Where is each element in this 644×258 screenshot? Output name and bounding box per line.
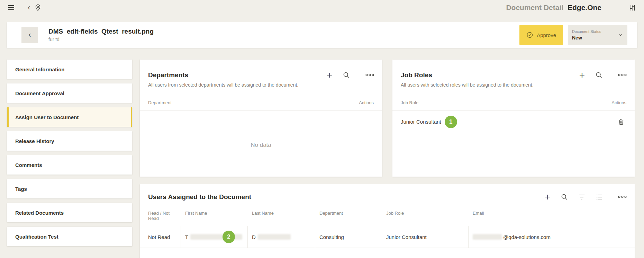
- departments-panel-header: Departments All users from selected depa…: [140, 60, 382, 88]
- location-pin-icon[interactable]: [35, 4, 41, 11]
- brand-name: Edge.One: [568, 3, 601, 11]
- job-roles-subtitle: All users with selected roles will be as…: [401, 82, 626, 88]
- job-role-cell: Junior Consultant: [382, 226, 469, 248]
- column-job-role: Job Role: [401, 100, 418, 105]
- app-title: Document Detail Edge.One: [506, 3, 601, 12]
- column-first-name: First Name: [181, 211, 248, 221]
- approve-label: Approve: [537, 32, 556, 38]
- add-department-icon[interactable]: +: [327, 72, 332, 79]
- status-label: Document Status: [572, 29, 601, 34]
- job-roles-table-header: Job Role Actions: [392, 100, 635, 110]
- chevron-down-icon: [618, 32, 623, 38]
- sidebar-item-label: Qualification Test: [15, 234, 58, 240]
- last-name-cell: D: [248, 226, 315, 248]
- column-department: Department: [315, 211, 382, 221]
- sidebar-item-label: Comments: [15, 162, 42, 168]
- back-chevron-icon: ‹: [28, 30, 31, 39]
- sidebar-item-label: Release History: [15, 138, 54, 144]
- column-department: Department: [148, 100, 172, 105]
- more-options-icon[interactable]: [618, 195, 627, 198]
- column-read-status: Read / Not Read: [148, 211, 181, 221]
- departments-table-header: Department Actions: [140, 100, 382, 110]
- sidebar-item-related-documents[interactable]: Related Documents: [7, 203, 132, 222]
- sidebar-item-general-information[interactable]: General Information: [7, 60, 132, 79]
- sidebar-item-assign-user-to-document[interactable]: Assign User to Document: [7, 107, 132, 127]
- document-actions: Approve Document Status New: [519, 25, 627, 45]
- first-name-cell: T 2: [181, 226, 248, 248]
- column-job-role: Job Role: [382, 211, 469, 221]
- user-row[interactable]: Not Read T 2 D Consulting Junior Consult…: [140, 226, 635, 248]
- job-role-value: Junior Consultant: [386, 234, 427, 240]
- add-user-icon[interactable]: +: [545, 194, 550, 201]
- list-view-icon[interactable]: [596, 194, 602, 200]
- sidebar-item-label: Tags: [15, 186, 27, 192]
- annotation-badge-1: 1: [445, 116, 457, 128]
- read-status-value: Not Read: [148, 234, 170, 240]
- sidebar-item-label: Assign User to Document: [15, 114, 79, 120]
- sidebar-item-label: Document Approval: [15, 90, 64, 96]
- sidebar-item-label: General Information: [15, 66, 65, 72]
- document-subtitle: für td: [48, 37, 154, 42]
- approve-button[interactable]: Approve: [519, 25, 563, 45]
- users-table-header: Read / Not Read First Name Last Name Dep…: [140, 211, 635, 226]
- check-circle-icon: [526, 32, 533, 38]
- sidebar-item-tags[interactable]: Tags: [7, 179, 132, 198]
- sidebar-item-document-approval[interactable]: Document Approval: [7, 83, 132, 103]
- read-status-cell: Not Read: [148, 226, 181, 248]
- document-title: DMS_edit-fields_Qtest_result.png: [48, 28, 154, 35]
- add-job-role-icon[interactable]: +: [579, 72, 585, 79]
- sidebar-item-label: Related Documents: [15, 210, 64, 216]
- menu-icon[interactable]: [8, 5, 15, 10]
- column-email: Email: [469, 211, 635, 221]
- page-title: Document Detail: [506, 3, 563, 11]
- status-value: New: [572, 35, 601, 41]
- job-roles-panel-header: Job Roles All users with selected roles …: [392, 60, 635, 88]
- sidebar-item-release-history[interactable]: Release History: [7, 131, 132, 151]
- departments-panel: Departments All users from selected depa…: [140, 60, 382, 177]
- department-cell: Consulting: [315, 226, 382, 248]
- sidebar-item-comments[interactable]: Comments: [7, 155, 132, 175]
- job-role-cell: Junior Consultant 1: [392, 110, 607, 133]
- filter-icon[interactable]: [578, 194, 585, 200]
- search-icon[interactable]: [595, 71, 602, 79]
- job-role-value: Junior Consultant: [401, 119, 441, 125]
- document-titles: DMS_edit-fields_Qtest_result.png für td: [48, 28, 154, 42]
- job-role-row[interactable]: Junior Consultant 1: [392, 110, 635, 133]
- department-value: Consulting: [319, 234, 344, 240]
- users-assigned-panel: Users Assigned to the Document + Read / …: [140, 184, 635, 258]
- delete-job-role-button[interactable]: [607, 110, 635, 133]
- tune-settings-icon[interactable]: [629, 4, 636, 11]
- status-texts: Document Status New: [572, 29, 601, 41]
- job-roles-panel: Job Roles All users with selected roles …: [392, 60, 635, 177]
- redacted-email: [473, 234, 502, 240]
- document-status-dropdown[interactable]: Document Status New: [568, 25, 627, 45]
- redacted-last-name: [258, 234, 291, 240]
- more-options-icon[interactable]: [618, 73, 627, 77]
- annotation-badge-2: 2: [223, 231, 235, 243]
- back-button[interactable]: ‹: [21, 27, 38, 43]
- departments-subtitle: All users from selected departments will…: [148, 82, 374, 88]
- column-actions: Actions: [611, 100, 626, 105]
- column-actions: Actions: [359, 100, 374, 105]
- back-chevron-icon[interactable]: ‹: [28, 4, 30, 11]
- search-icon[interactable]: [343, 71, 350, 79]
- email-cell: @qda-solutions.com: [469, 226, 635, 248]
- search-icon[interactable]: [561, 193, 568, 201]
- column-last-name: Last Name: [248, 211, 315, 221]
- sidebar-item-qualification-test[interactable]: Qualification Test: [7, 227, 132, 246]
- departments-empty-state: No data: [140, 142, 382, 149]
- trash-icon: [618, 118, 624, 125]
- last-name-value: D: [252, 234, 256, 240]
- more-options-icon[interactable]: [365, 73, 374, 77]
- topbar: ‹ Document Detail Edge.One: [0, 0, 644, 15]
- email-value: @qda-solutions.com: [503, 234, 551, 240]
- document-header: ‹ DMS_edit-fields_Qtest_result.png für t…: [7, 22, 637, 48]
- first-name-value: T: [185, 234, 188, 240]
- users-panel-header: Users Assigned to the Document +: [140, 184, 635, 201]
